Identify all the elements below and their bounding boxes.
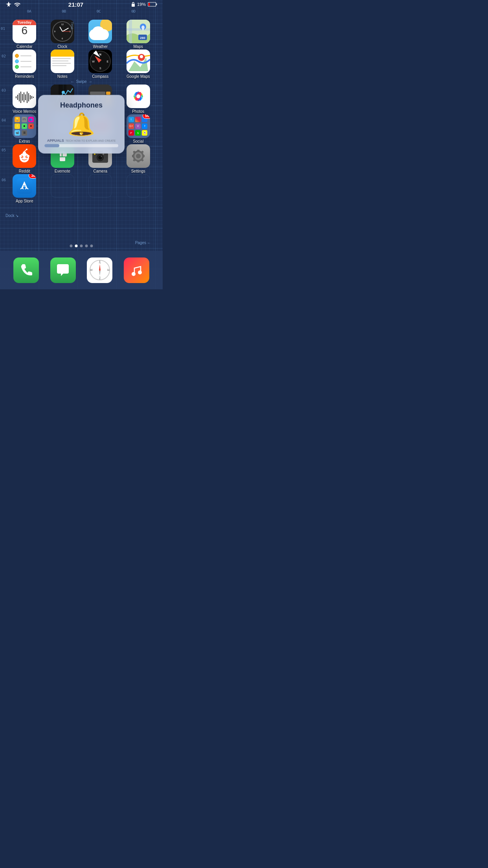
app-label-notes: Notes [57,74,68,79]
app-row-6: 06 38 App Store [6,174,157,203]
volume-bar[interactable] [44,144,118,147]
dock-app-music[interactable] [124,257,149,283]
swipe-indicator: ← Swipe → [6,79,157,84]
status-bar: 21:07 19% [0,0,163,9]
svg-text:W: W [90,268,93,271]
app-clock[interactable]: 12 3 6 9 Clock [45,20,80,49]
app-label-gmaps: Google Maps [127,74,150,79]
row-label-03: 03 [2,88,6,92]
time-display: 21:07 [68,1,83,8]
empty-slot-2 [83,174,118,203]
app-label-extras: Extras [19,139,30,143]
svg-rect-2 [156,4,157,5]
svg-rect-3 [149,3,150,6]
app-maps[interactable]: 280 Maps [121,20,156,49]
svg-point-38 [136,94,140,98]
swipe-label: Swipe [76,79,86,84]
empty-slot-3 [121,174,156,203]
app-label-evernote: Evernote [55,169,70,173]
app-label-maps: Maps [134,44,143,49]
dock-app-safari[interactable]: N S W E [87,257,112,283]
app-label-appstore: App Store [16,199,33,203]
svg-point-10 [140,55,143,58]
app-row-1: 01 Tuesday 6 Calendar 12 3 6 9 [6,20,157,49]
headphones-bell-icon: 🔔 [44,114,118,136]
app-label-camera: Camera [93,169,107,173]
app-label-photos: Photos [132,109,144,114]
dock: N S W E [0,251,163,289]
wifi-icon [14,2,20,7]
dock-label: Dock ↘ [6,213,18,218]
svg-text:S: S [99,276,101,279]
app-label-social: Social [133,139,143,143]
svg-rect-0 [132,4,135,7]
app-label-reminders: Reminders [15,74,34,79]
app-notes[interactable]: Notes [45,50,80,79]
page-dot-4[interactable] [85,245,88,247]
battery-icon [148,2,157,7]
page-dot-3[interactable] [80,245,83,247]
svg-rect-67 [142,155,145,157]
app-label-clock: Clock [57,44,67,49]
svg-point-63 [136,154,141,158]
page-dots [70,245,93,247]
badge-appstore: 38 [29,174,36,178]
app-weather[interactable]: Weather [83,20,118,49]
svg-point-48 [23,151,26,154]
svg-point-50 [26,149,28,150]
svg-point-58 [101,156,102,157]
row-label-01: 01 [1,27,5,31]
app-label-calendar: Calendar [17,44,33,49]
app-social[interactable]: t G+ V f P S 👻 56 Social [121,114,156,143]
app-photos[interactable]: Photos [121,85,156,114]
badge-social: 56 [143,114,150,119]
row-label-04: 04 [2,118,6,122]
svg-rect-64 [137,150,139,152]
swipe-row: 02 Reminder [6,50,157,79]
airplane-icon [6,1,12,7]
app-calendar[interactable]: Tuesday 6 Calendar [7,20,42,49]
page-dot-5[interactable] [90,245,93,247]
svg-rect-66 [132,155,134,157]
svg-rect-65 [137,160,139,162]
app-label-settings: Settings [131,169,145,173]
svg-text:280: 280 [140,36,145,40]
app-label-voice: Voice Memos [13,109,36,114]
svg-point-46 [22,156,23,158]
svg-text:E: E [107,268,109,271]
app-compass[interactable]: N E S W Compass [83,50,118,79]
svg-point-47 [26,156,28,158]
dock-app-phone[interactable] [13,257,39,283]
page-dot-2[interactable] [75,245,78,247]
app-label-weather: Weather [93,44,108,49]
lock-icon [131,2,135,7]
app-gmaps[interactable]: Google Maps [121,50,156,79]
app-settings[interactable]: Settings [121,144,156,173]
headphones-title: Headphones [44,101,118,110]
app-label-reddit: Reddit [19,169,30,173]
svg-point-52 [27,155,29,157]
svg-point-86 [132,272,136,276]
app-voice-memos[interactable]: Voice Memos [7,85,42,114]
battery-percent: 19% [137,2,146,7]
status-left [6,1,20,7]
svg-point-51 [19,155,22,157]
app-label-compass: Compass [92,74,108,79]
app-reddit[interactable]: Reddit [7,144,42,173]
empty-slot-1 [45,174,80,203]
pages-label: Pages ← [135,241,151,245]
row-label-02: 02 [2,54,6,58]
svg-point-87 [138,270,142,274]
app-appstore[interactable]: 38 App Store [7,174,42,203]
row-label-05: 05 [2,148,6,152]
status-right: 19% [131,2,157,7]
app-extras[interactable]: 💡 🎮 👥 ⭐ ■ ♥ 📹 ☰ Extras [7,114,42,143]
page-dot-1[interactable] [70,245,73,247]
svg-text:N: N [99,261,101,264]
dock-app-messages[interactable] [50,257,76,283]
calendar-day: 6 [21,25,28,36]
appuals-watermark: APPUALS TECH HOW-TO EXPLAIN AND CREATE [44,139,118,143]
app-reminders[interactable]: Reminders [7,50,42,79]
headphones-volume-overlay: Headphones 🔔 APPUALS TECH HOW-TO EXPLAIN… [38,95,125,154]
row-label-06: 06 [2,178,6,182]
